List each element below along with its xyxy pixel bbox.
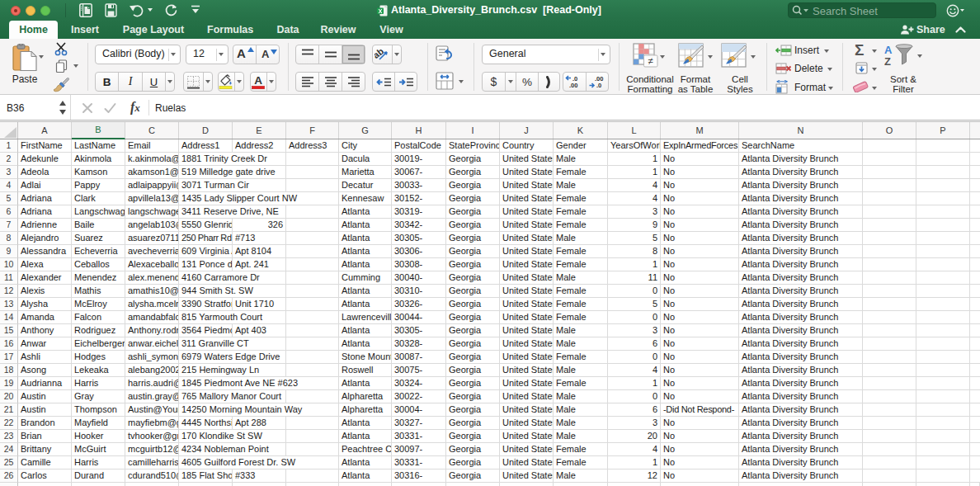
svg-text:.00: .00 [569, 82, 577, 89]
svg-text:.0: .0 [596, 82, 601, 89]
svg-text:A: A [254, 74, 262, 87]
svg-text:A: A [884, 44, 893, 56]
svg-text:Z: Z [884, 55, 891, 67]
svg-text:≠: ≠ [648, 56, 653, 66]
